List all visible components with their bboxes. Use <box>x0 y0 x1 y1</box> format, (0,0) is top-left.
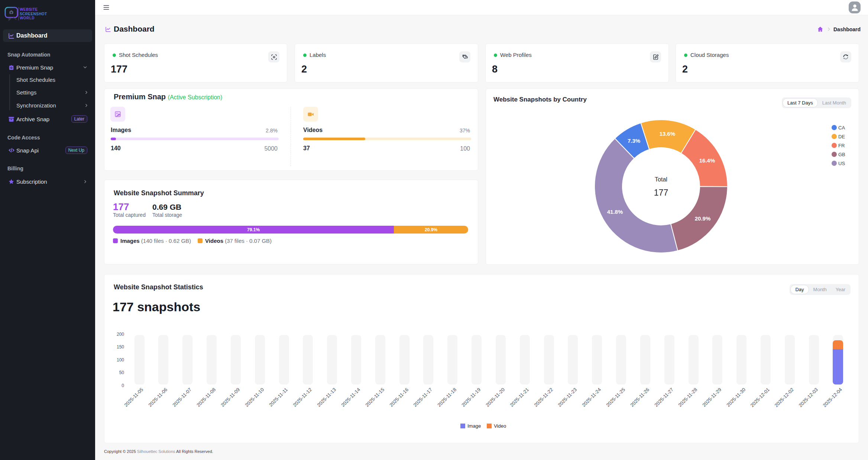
svg-text:16.4%: 16.4% <box>699 157 715 164</box>
svg-text:DE: DE <box>838 134 845 139</box>
svg-text:Total: Total <box>655 176 667 183</box>
svg-text:FR: FR <box>838 143 845 148</box>
svg-text:20.9%: 20.9% <box>695 215 711 222</box>
svg-text:GB: GB <box>838 152 845 157</box>
svg-text:13.6%: 13.6% <box>660 131 676 137</box>
svg-text:US: US <box>838 161 845 166</box>
svg-text:41.8%: 41.8% <box>607 209 623 215</box>
svg-text:7.3%: 7.3% <box>628 138 640 144</box>
svg-text:CA: CA <box>838 125 845 131</box>
svg-text:177: 177 <box>654 188 668 197</box>
